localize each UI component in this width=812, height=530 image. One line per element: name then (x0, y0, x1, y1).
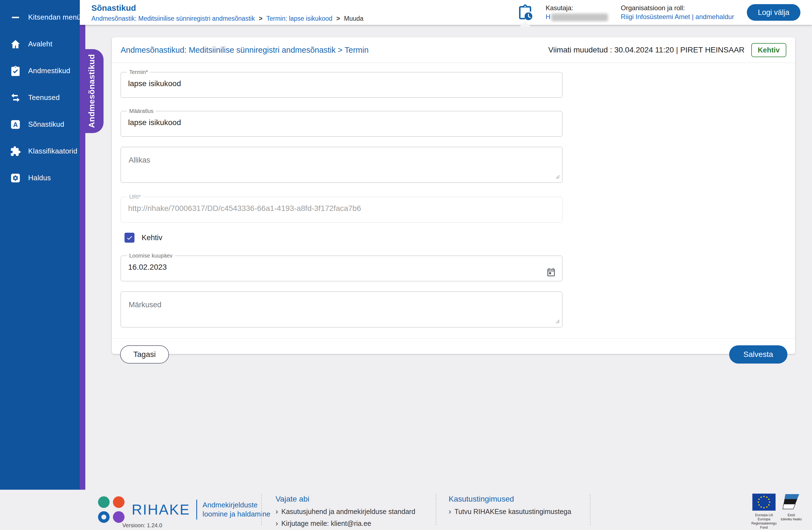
rihake-logo: RIHAKE Andmekirjelduste loomine ja halda… (98, 496, 270, 523)
org-info: Organisatsioon ja roll: Riigi Infosüstee… (621, 4, 734, 21)
back-button[interactable]: Tagasi (120, 345, 169, 364)
footer-terms-section: Kasutustingimused › Tutvu RIHAKEse kasut… (449, 495, 571, 519)
card-actions: Tagasi Salvesta (112, 338, 795, 370)
sidebar-item-label: Haldus (28, 174, 51, 182)
sidebar-item-label: Avaleht (28, 40, 53, 48)
eu-logo-caption: Euroopa Liit Euroopa Regionaalarengu Fon… (749, 513, 779, 530)
sidebar-item-label: Sõnastikud (28, 120, 64, 129)
puzzle-icon (10, 145, 21, 157)
clipboard-check-icon (10, 65, 21, 77)
eu-flag-logo: Euroopa Liit Euroopa Regionaalarengu Fon… (749, 494, 779, 530)
user-info: Kasutaja: H (546, 4, 608, 21)
maaratlus-input[interactable] (125, 114, 545, 134)
logo-divider (196, 500, 197, 519)
kehtiv-checkbox-label: Kehtiv (142, 234, 162, 242)
tooltip-arrow (519, 21, 531, 27)
uri-label: URI* (127, 194, 143, 200)
resize-handle-icon[interactable] (555, 319, 560, 325)
clipboard-clock-icon[interactable] (518, 4, 533, 21)
sidebar-item-label: Teenused (28, 93, 60, 102)
terms-section-title: Kasutustingimused (449, 495, 571, 503)
maaratlus-field: Määratlus (121, 108, 562, 137)
markused-textarea[interactable] (121, 292, 562, 327)
checkbox-checked-icon[interactable] (125, 233, 134, 242)
loomise-kuupaev-label: Loomise kuupäev (127, 253, 175, 259)
sidebar-item-collapse-menu[interactable]: Kitsendan menüü (0, 4, 80, 31)
sidebar-item-label: Klassifikaatorid (28, 147, 77, 156)
markused-field (121, 292, 562, 327)
card-header: Andmesõnastikud: Meditsiinilise sünnireg… (112, 37, 795, 63)
uri-input (125, 200, 545, 220)
letter-a-icon: A (10, 118, 21, 131)
footer-divider (261, 494, 262, 525)
sidebar-item-sonastikud[interactable]: A Sõnastikud (0, 111, 80, 138)
sidebar-item-haldus[interactable]: Haldus (0, 164, 80, 191)
vertical-tab-andmesonastikud[interactable]: Andmesõnastikud (80, 49, 103, 133)
sidebar-item-teenused[interactable]: Teenused (0, 84, 80, 111)
sidebar-item-label: Andmestikud (28, 67, 70, 75)
loomise-kuupaev-input[interactable] (125, 259, 545, 279)
allikas-field (121, 147, 562, 183)
help-link-email[interactable]: › Kirjutage meile: klient@ria.ee (276, 519, 415, 528)
calendar-icon[interactable] (546, 267, 556, 278)
footer-divider (590, 494, 591, 525)
allikas-textarea[interactable] (121, 147, 562, 182)
sidebar-item-avaleht[interactable]: Avaleht (0, 31, 80, 57)
sidebar-item-andmestikud[interactable]: Andmestikud (0, 57, 80, 84)
breadcrumb: Andmesõnastik: Meditsiinilise sünniregis… (91, 15, 363, 23)
chevron-icon: › (449, 507, 451, 516)
chevron-icon: › (276, 507, 278, 516)
last-modified-text: Viimati muudetud : 30.04.2024 11:20 | PI… (548, 46, 745, 54)
estonia-flag-icon (782, 494, 801, 511)
save-button[interactable]: Salvesta (729, 345, 787, 364)
sidebar-item-label: Kitsendan menüü (28, 13, 85, 21)
swap-arrows-icon (10, 92, 21, 104)
help-link-manual[interactable]: › Kasutusjuhend ja andmekirjelduse stand… (276, 507, 415, 516)
gear-icon (10, 172, 21, 184)
logo-tagline: Andmekirjelduste loomine ja haldamine (203, 500, 271, 519)
breadcrumb-separator: > (259, 15, 262, 22)
breadcrumb-separator: > (336, 15, 340, 22)
kehtiv-checkbox-row[interactable]: Kehtiv (125, 233, 786, 242)
user-name[interactable]: H (546, 13, 550, 20)
estonia-logo: Eesti tuleviku heaks (778, 494, 805, 521)
loomise-kuupaev-field: Loomise kuupäev (121, 253, 562, 281)
help-section-title: Vajate abi (276, 495, 415, 503)
footer-divider (436, 494, 436, 525)
status-badge: Kehtiv (751, 43, 786, 57)
vertical-tab-label: Andmesõnastikud (87, 54, 96, 128)
card-title[interactable]: Andmesõnastikud: Meditsiinilise sünnireg… (121, 46, 368, 55)
termin-field: Termin* (121, 69, 562, 98)
footer-help-section: Vajate abi › Kasutusjuhend ja andmekirje… (276, 495, 415, 530)
uri-field: URI* (121, 194, 562, 222)
rihake-logo-dots-icon (98, 496, 125, 523)
breadcrumb-link-term[interactable]: Termin: lapse isikukood (266, 15, 332, 22)
maaratlus-label: Määratlus (127, 108, 156, 114)
logout-button[interactable]: Logi välja (747, 4, 800, 21)
term-form: Termin* Määratlus URI* Kehtiv Loomise ku… (112, 63, 795, 338)
top-header: Sõnastikud Andmesõnastik: Meditsiinilise… (80, 0, 812, 25)
sidebar-item-klassifikaatorid[interactable]: Klassifikaatorid (0, 138, 80, 164)
svg-text:A: A (13, 121, 18, 128)
footer: RIHAKE Andmekirjelduste loomine ja halda… (0, 490, 812, 530)
termin-input[interactable] (125, 75, 545, 95)
org-role-link[interactable]: Riigi Infosüsteemi Amet | andmehaldur (621, 12, 734, 21)
collapse-menu-icon (10, 11, 21, 24)
org-label: Organisatsioon ja roll: (621, 4, 734, 12)
sidebar: Kitsendan menüü Avaleht Andmestikud Teen… (0, 0, 80, 490)
page-title: Sõnastikud (91, 3, 363, 13)
redacted-user-name (551, 14, 608, 21)
termin-label: Termin* (127, 69, 150, 75)
eu-flag-icon (752, 494, 775, 511)
user-label: Kasutaja: (546, 4, 608, 12)
version-text: Versioon: 1.24.0 (122, 522, 162, 529)
chevron-icon: › (276, 519, 278, 528)
term-edit-card: Andmesõnastikud: Meditsiinilise sünnireg… (112, 37, 795, 354)
resize-handle-icon[interactable] (555, 174, 560, 180)
breadcrumb-link-dictionary[interactable]: Andmesõnastik: Meditsiinilise sünniregis… (91, 15, 255, 22)
rihake-logo-text: RIHAKE (132, 501, 190, 518)
home-icon (10, 38, 21, 50)
terms-link[interactable]: › Tutvu RIHAKEse kasutustingimustega (449, 507, 571, 516)
breadcrumb-current: Muuda (344, 15, 363, 22)
estonia-logo-caption: Eesti tuleviku heaks (778, 513, 805, 521)
